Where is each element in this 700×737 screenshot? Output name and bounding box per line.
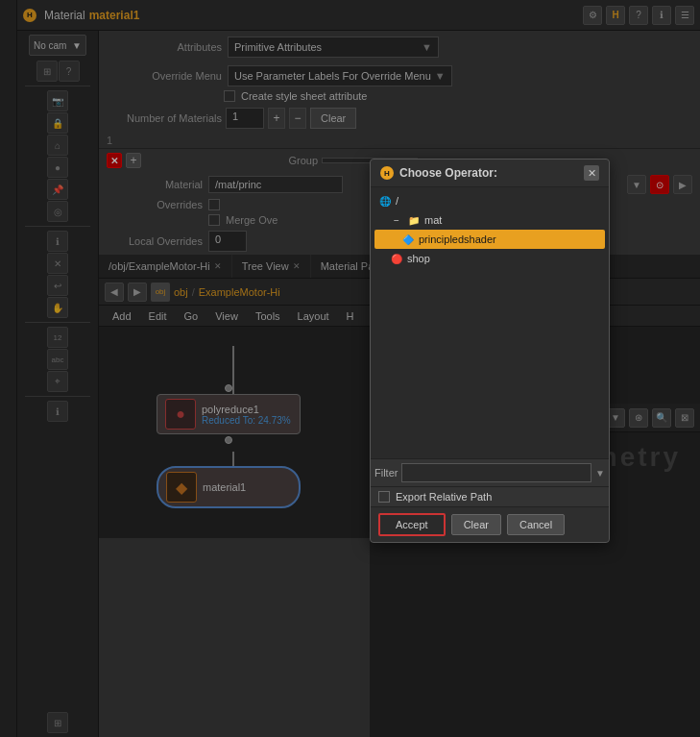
dialog-buttons: Accept Clear Cancel (371, 506, 609, 542)
dialog-close-button[interactable]: ✕ (584, 165, 599, 181)
dialog-titlebar: H Choose Operator: ✕ (371, 160, 609, 187)
dialog-houdini-icon: H (380, 166, 394, 180)
filter-input[interactable] (401, 463, 591, 482)
tree-mat-icon: 📁 (407, 213, 421, 227)
tree-item-shop[interactable]: 🔴 shop (374, 249, 605, 268)
tree-shop-label: shop (407, 253, 430, 264)
export-relative-label: Export Relative Path (396, 491, 492, 503)
tree-mat-label: mat (424, 214, 442, 226)
tree-item-mat[interactable]: − 📁 mat (374, 210, 605, 230)
tree-item-root[interactable]: 🌐 / (374, 191, 605, 210)
export-relative-path-row: Export Relative Path (371, 486, 609, 506)
tree-node-icon: 🔷 (401, 233, 415, 246)
tree-root-separator: / (396, 195, 398, 207)
accept-button[interactable]: Accept (378, 513, 446, 536)
export-relative-checkbox[interactable] (378, 491, 390, 503)
dialog-title: H Choose Operator: (380, 166, 497, 180)
filter-label: Filter (374, 467, 398, 479)
choose-operator-dialog: H Choose Operator: ✕ 🌐 / − 📁 mat 🔷 princ… (370, 159, 610, 543)
tree-globe-icon: 🌐 (378, 194, 392, 208)
tree-item-principledshader[interactable]: 🔷 principledshader (374, 230, 605, 249)
filter-arrow-icon: ▼ (595, 468, 605, 479)
dialog-tree[interactable]: 🌐 / − 📁 mat 🔷 principledshader 🔴 shop (371, 187, 609, 458)
dialog-overlay: H Choose Operator: ✕ 🌐 / − 📁 mat 🔷 princ… (0, 0, 700, 737)
tree-principled-label: principledshader (419, 233, 496, 245)
cancel-button[interactable]: Cancel (507, 514, 565, 535)
tree-shop-icon: 🔴 (390, 252, 403, 265)
tree-minus-icon: − (390, 213, 403, 227)
dialog-filter-row: Filter ▼ (371, 458, 609, 486)
clear-dialog-button[interactable]: Clear (451, 514, 501, 535)
